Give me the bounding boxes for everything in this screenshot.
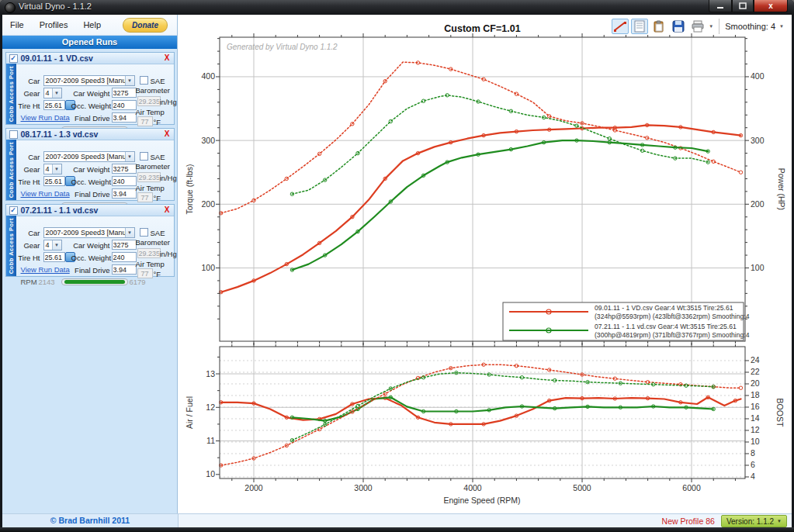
gear-select[interactable]: 4 ▼ bbox=[43, 164, 62, 174]
svg-text:3000: 3000 bbox=[354, 483, 373, 492]
smoothing-label: Smoothing: 4 bbox=[725, 22, 775, 31]
tire-height-label: Tire Ht bbox=[17, 178, 40, 186]
svg-text:24: 24 bbox=[751, 355, 760, 364]
maximize-button[interactable] bbox=[732, 0, 754, 12]
svg-text:18: 18 bbox=[751, 390, 760, 399]
save-image-button[interactable] bbox=[670, 19, 687, 34]
print-options-arrow-icon[interactable]: ▼ bbox=[709, 24, 713, 29]
svg-text:14: 14 bbox=[751, 413, 760, 423]
tire-height-field[interactable] bbox=[43, 100, 65, 110]
view-run-data-link[interactable]: View Run Data bbox=[21, 189, 70, 198]
run-header: ✓ 09.01.11 - 1 VD.csv X bbox=[6, 53, 174, 64]
car-select[interactable]: 2007-2009 Speed3 [Manua ▼ bbox=[43, 227, 135, 238]
occ-weight-label: Occ. Weight bbox=[71, 254, 110, 262]
view-run-data-link[interactable]: View Run Data bbox=[21, 113, 70, 122]
view-run-data-link[interactable]: View Run Data bbox=[21, 265, 70, 274]
close-run-icon[interactable]: X bbox=[165, 206, 170, 214]
run-title: 09.01.11 - 1 VD.csv bbox=[21, 54, 93, 63]
close-run-icon[interactable]: X bbox=[165, 130, 170, 138]
chevron-down-icon: ▼ bbox=[125, 76, 134, 85]
svg-text:Engine Speed (RPM): Engine Speed (RPM) bbox=[443, 496, 520, 505]
car-weight-label: Car Weight bbox=[71, 165, 110, 174]
gear-value: 4 bbox=[44, 241, 52, 249]
gear-select[interactable]: 4 ▼ bbox=[43, 240, 62, 250]
final-drive-field[interactable] bbox=[112, 264, 137, 275]
chevron-down-icon: ▼ bbox=[52, 164, 61, 174]
car-value: 2007-2009 Speed3 [Manua bbox=[44, 153, 125, 161]
chevron-down-icon: ▼ bbox=[125, 152, 134, 161]
line-graph-tool-button[interactable] bbox=[612, 19, 629, 34]
car-weight-field[interactable] bbox=[112, 240, 137, 250]
tire-height-field[interactable] bbox=[43, 176, 65, 186]
window-border bbox=[0, 527, 794, 532]
minimize-button[interactable] bbox=[709, 0, 732, 12]
run-enabled-checkbox[interactable]: ✓ bbox=[9, 54, 18, 63]
close-button[interactable]: x bbox=[754, 0, 788, 12]
car-select[interactable]: 2007-2009 Speed3 [Manua ▼ bbox=[43, 75, 135, 86]
air-temp-label: Air Temp bbox=[136, 260, 165, 268]
run-enabled-checkbox[interactable]: ✓ bbox=[9, 206, 18, 215]
car-label: Car bbox=[17, 153, 40, 161]
occ-weight-field[interactable] bbox=[112, 176, 137, 186]
svg-text:11: 11 bbox=[206, 436, 215, 445]
opened-runs-header: Opened Runs bbox=[2, 36, 177, 49]
svg-text:8: 8 bbox=[751, 448, 755, 458]
svg-text:100: 100 bbox=[751, 263, 765, 272]
run-enabled-checkbox[interactable] bbox=[9, 130, 18, 139]
print-button[interactable] bbox=[689, 19, 706, 34]
donate-button[interactable]: Donate bbox=[123, 18, 168, 33]
title-bar[interactable]: Virtual Dyno - 1.1.2 x bbox=[0, 0, 794, 15]
run-title: 08.17.11 - 1.3 vd.csv bbox=[21, 130, 99, 139]
menu-help[interactable]: Help bbox=[75, 18, 109, 32]
sae-checkbox[interactable] bbox=[140, 152, 148, 161]
rpm-min-value: 2143 bbox=[39, 278, 55, 286]
rpm-range-slider[interactable] bbox=[61, 278, 128, 285]
version-dropdown[interactable]: Version: 1.1.2 ▼ bbox=[721, 515, 787, 527]
sae-checkbox[interactable] bbox=[140, 76, 148, 85]
chart-area: 1001002002003003004004001011121346810121… bbox=[178, 15, 792, 513]
final-drive-label: Final Drive bbox=[71, 190, 110, 199]
data-table-tool-button[interactable] bbox=[631, 19, 648, 34]
car-value: 2007-2009 Speed3 [Manua bbox=[44, 229, 125, 237]
car-select[interactable]: 2007-2009 Speed3 [Manua ▼ bbox=[43, 151, 135, 162]
barometer-unit: in/Hg bbox=[160, 98, 177, 106]
occ-weight-field[interactable] bbox=[112, 252, 137, 262]
close-run-icon[interactable]: X bbox=[165, 54, 170, 62]
final-drive-field[interactable] bbox=[112, 112, 137, 123]
menu-file[interactable]: File bbox=[2, 18, 32, 32]
svg-text:400: 400 bbox=[201, 71, 215, 81]
copy-to-clipboard-button[interactable] bbox=[650, 19, 667, 34]
tire-height-field[interactable] bbox=[43, 252, 65, 262]
app-icon bbox=[5, 2, 16, 13]
car-weight-field[interactable] bbox=[112, 164, 137, 174]
svg-text:16: 16 bbox=[751, 402, 760, 411]
run-header: 08.17.11 - 1.3 vd.csv X bbox=[6, 129, 174, 140]
run-panel: 08.17.11 - 1.3 vd.csv X Cobb Access Port… bbox=[5, 128, 175, 201]
app-window: Virtual Dyno - 1.1.2 x File Profiles Hel… bbox=[0, 0, 794, 532]
dyno-chart: 1001002002003003004004001011121346810121… bbox=[178, 15, 792, 513]
svg-text:100: 100 bbox=[201, 263, 215, 272]
svg-text:20: 20 bbox=[751, 378, 760, 388]
gear-select[interactable]: 4 ▼ bbox=[43, 88, 62, 98]
car-weight-field[interactable] bbox=[112, 88, 137, 98]
final-drive-field[interactable] bbox=[112, 188, 137, 199]
svg-text:4000: 4000 bbox=[463, 483, 482, 492]
svg-text:12: 12 bbox=[206, 402, 215, 412]
gear-label: Gear bbox=[17, 241, 40, 250]
svg-text:Generated by Virtual Dyno 1.1.: Generated by Virtual Dyno 1.1.2 bbox=[227, 43, 338, 51]
rpm-max-value: 6179 bbox=[130, 278, 146, 286]
clipboard-icon bbox=[653, 20, 665, 33]
menu-profiles[interactable]: Profiles bbox=[32, 18, 76, 32]
chevron-down-icon: ▼ bbox=[52, 240, 61, 250]
smoothing-dropdown[interactable]: Smoothing: 4 ▼ bbox=[725, 22, 787, 31]
svg-text:(324hp@5593rpm) (423lbft@3362r: (324hp@5593rpm) (423lbft@3362rpm) Smooth… bbox=[595, 313, 750, 320]
gear-label: Gear bbox=[17, 89, 40, 98]
check-icon: ✓ bbox=[10, 206, 16, 214]
sae-checkbox[interactable] bbox=[140, 228, 148, 237]
svg-text:12: 12 bbox=[751, 425, 760, 434]
gear-label: Gear bbox=[17, 165, 40, 174]
profile-name: New Profile 86 bbox=[662, 516, 715, 526]
occ-weight-field[interactable] bbox=[112, 100, 137, 110]
svg-text:400: 400 bbox=[751, 71, 765, 81]
final-drive-label: Final Drive bbox=[71, 266, 110, 275]
